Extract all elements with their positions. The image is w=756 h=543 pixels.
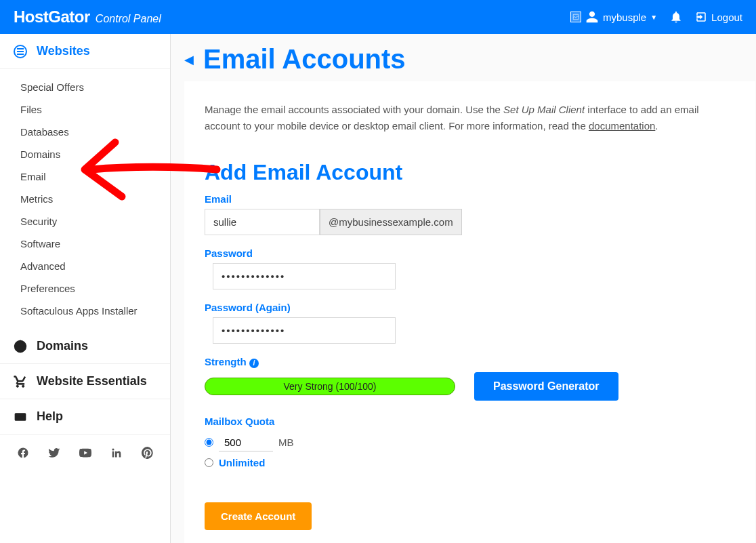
- sidebar-cat-websites[interactable]: Websites: [0, 34, 170, 69]
- user-menu[interactable]: mybusple ▼: [570, 10, 657, 24]
- email-domain-suffix: @mybusinessexample.com: [320, 209, 462, 235]
- sidebar-item-special-offers[interactable]: Special Offers: [0, 76, 170, 98]
- sidebar-item-metrics[interactable]: Metrics: [0, 188, 170, 210]
- cart-icon: [14, 375, 27, 388]
- sidebar: Websites Special Offers Files Databases …: [0, 34, 171, 543]
- header-branding: HostGator Control Panel: [14, 7, 161, 26]
- sidebar-cat-label: Help: [37, 409, 63, 424]
- top-header: HostGator Control Panel mybusple ▼ Logou…: [0, 0, 756, 34]
- sidebar-cat-domains[interactable]: Domains: [0, 329, 170, 364]
- password-field-group: Password: [205, 247, 735, 289]
- quota-value-input[interactable]: [219, 434, 273, 451]
- bell-icon[interactable]: [669, 10, 683, 24]
- list-icon: [14, 45, 27, 58]
- broken-image-icon: [570, 12, 581, 22]
- social-row: [0, 435, 170, 471]
- sidebar-cat-help[interactable]: Help: [0, 399, 170, 435]
- card-icon: [14, 410, 27, 424]
- user-icon: [585, 10, 599, 24]
- password-again-input[interactable]: [213, 317, 396, 344]
- brand-subtitle: Control Panel: [96, 13, 161, 25]
- sidebar-item-domains[interactable]: Domains: [0, 143, 170, 165]
- strength-label: Strength i: [205, 356, 735, 368]
- password-label: Password: [205, 247, 735, 259]
- brand-logo: HostGator: [14, 7, 90, 26]
- linkedin-icon[interactable]: [110, 447, 123, 459]
- collapse-sidebar-icon[interactable]: ◀: [184, 52, 194, 67]
- email-label: Email: [205, 193, 735, 205]
- header-actions: mybusple ▼ Logout: [570, 10, 742, 24]
- sidebar-item-databases[interactable]: Databases: [0, 121, 170, 143]
- sidebar-cat-essentials[interactable]: Website Essentials: [0, 364, 170, 399]
- pinterest-icon[interactable]: [142, 447, 154, 459]
- sidebar-subitems: Special Offers Files Databases Domains E…: [0, 69, 170, 329]
- strength-field-group: Strength i Very Strong (100/100) Passwor…: [205, 356, 735, 401]
- globe-icon: [14, 340, 27, 353]
- youtube-icon[interactable]: [79, 447, 91, 459]
- content-area: ◀ Email Accounts Manage the email accoun…: [171, 34, 756, 543]
- sidebar-item-security[interactable]: Security: [0, 210, 170, 233]
- sidebar-item-email[interactable]: Email: [0, 165, 170, 188]
- strength-meter: Very Strong (100/100): [205, 378, 455, 395]
- email-local-input[interactable]: [205, 209, 320, 235]
- section-title: Add Email Account: [205, 160, 735, 185]
- password-generator-button[interactable]: Password Generator: [474, 372, 618, 401]
- documentation-link[interactable]: documentation: [589, 120, 655, 132]
- username-label: mybusple: [603, 12, 646, 23]
- logout-label: Logout: [711, 12, 742, 23]
- logout-link[interactable]: Logout: [695, 11, 742, 23]
- quota-unlimited-label: Unlimited: [219, 457, 265, 468]
- facebook-icon[interactable]: [17, 447, 29, 459]
- svg-rect-1: [16, 414, 26, 420]
- info-icon[interactable]: i: [249, 359, 259, 368]
- quota-field-group: Mailbox Quota MB Unlimited: [205, 416, 735, 471]
- sidebar-cat-label: Websites: [37, 44, 90, 58]
- quota-label: Mailbox Quota: [205, 416, 735, 427]
- intro-text: Manage the email accounts associated wit…: [205, 102, 735, 134]
- main-panel: Manage the email accounts associated wit…: [184, 81, 755, 543]
- twitter-icon[interactable]: [48, 447, 60, 459]
- password-again-label: Password (Again): [205, 302, 735, 313]
- sidebar-cat-label: Domains: [37, 339, 88, 353]
- quota-fixed-radio[interactable]: [205, 438, 213, 447]
- sidebar-item-softaculous[interactable]: Softaculous Apps Installer: [0, 300, 170, 322]
- quota-unlimited-radio[interactable]: [205, 458, 213, 467]
- sidebar-cat-label: Website Essentials: [37, 374, 147, 388]
- caret-down-icon: ▼: [650, 14, 657, 21]
- page-title: Email Accounts: [203, 44, 406, 75]
- password-again-field-group: Password (Again): [205, 302, 735, 344]
- sidebar-item-preferences[interactable]: Preferences: [0, 277, 170, 300]
- quota-unit-label: MB: [278, 437, 294, 448]
- sidebar-item-files[interactable]: Files: [0, 98, 170, 121]
- logout-icon: [695, 11, 707, 23]
- create-account-button[interactable]: Create Account: [205, 502, 312, 530]
- sidebar-item-advanced[interactable]: Advanced: [0, 255, 170, 277]
- sidebar-item-software[interactable]: Software: [0, 233, 170, 255]
- password-input[interactable]: [213, 263, 396, 289]
- email-field-group: Email @mybusinessexample.com: [205, 193, 735, 235]
